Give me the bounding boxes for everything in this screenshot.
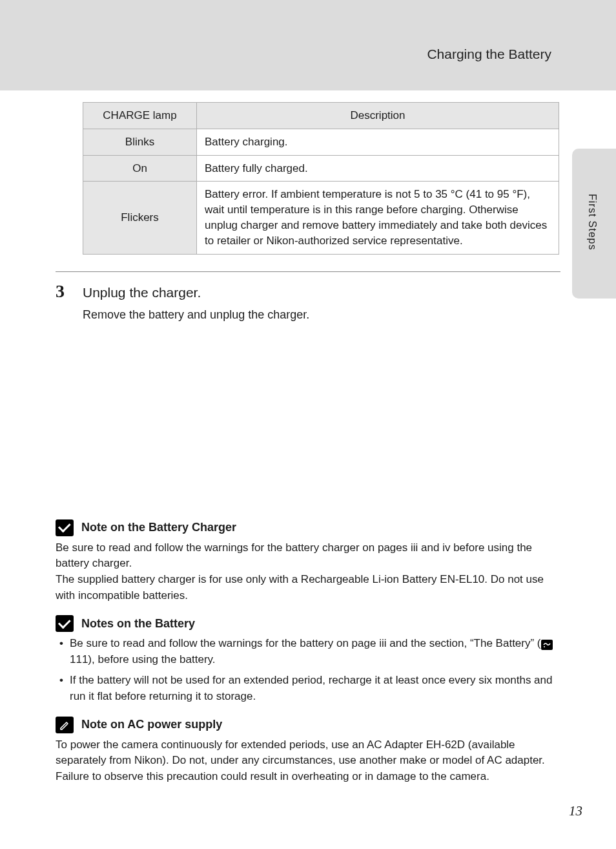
charge-lamp-table: CHARGE lamp Description Blinks Battery c… (83, 102, 559, 255)
note-title: Note on the Battery Charger (81, 521, 236, 534)
lamp-desc: Battery charging. (197, 129, 559, 155)
lamp-desc: Battery fully charged. (197, 155, 559, 182)
table-row: Flickers Battery error. If ambient tempe… (83, 182, 559, 254)
step-title: Unplug the charger. (83, 285, 201, 300)
list-item: Be sure to read and follow the warnings … (56, 636, 560, 667)
list-item: If the battery will not be used for an e… (56, 673, 560, 704)
lamp-state: Flickers (83, 182, 197, 254)
reference-icon (541, 640, 553, 650)
table-header-lamp: CHARGE lamp (83, 103, 197, 129)
note-heading-ac: Note on AC power supply (56, 717, 560, 733)
note-text: To power the camera continuously for ext… (56, 737, 560, 785)
note-heading-charger: Note on the Battery Charger (56, 519, 560, 536)
lamp-state: Blinks (83, 129, 197, 155)
step-body: Remove the battery and unplug the charge… (83, 308, 560, 322)
check-icon (56, 519, 74, 536)
note-title: Note on AC power supply (81, 718, 222, 731)
table-row: On Battery fully charged. (83, 155, 559, 182)
table-header-desc: Description (197, 103, 559, 129)
note-heading-battery: Notes on the Battery (56, 615, 560, 632)
note-list: Be sure to read and follow the warnings … (56, 636, 560, 705)
pencil-icon (56, 717, 74, 733)
list-text-part: 111), before using the battery. (70, 653, 216, 666)
svg-point-0 (544, 646, 545, 647)
section-tab-label: First Steps (586, 194, 598, 250)
lamp-desc: Battery error. If ambient temperature is… (197, 182, 559, 254)
note-text: Be sure to read and follow the warnings … (56, 540, 560, 572)
header-background (0, 0, 616, 90)
page-title: Charging the Battery (427, 47, 551, 62)
step-3: 3 Unplug the charger. Remove the battery… (56, 271, 560, 322)
page-number: 13 (569, 803, 582, 819)
lamp-state: On (83, 155, 197, 182)
list-text-part: Be sure to read and follow the warnings … (70, 637, 541, 649)
check-icon (56, 615, 74, 632)
table-row: Blinks Battery charging. (83, 129, 559, 155)
note-text: The supplied battery charger is for use … (56, 572, 560, 603)
step-number: 3 (56, 281, 83, 302)
note-title: Notes on the Battery (81, 617, 195, 631)
